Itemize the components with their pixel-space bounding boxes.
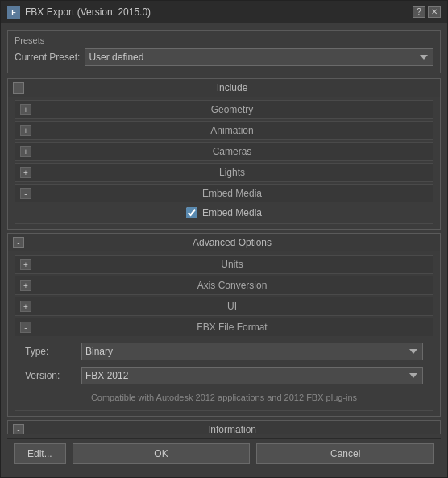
advanced-header[interactable]: - Advanced Options xyxy=(8,234,440,251)
axis-title: Axis Conversion xyxy=(36,280,428,291)
information-section: - Information xyxy=(7,420,441,434)
units-toggle[interactable]: + xyxy=(20,259,31,270)
fbx-format-title: FBX File Format xyxy=(36,322,428,333)
advanced-toggle[interactable]: - xyxy=(13,237,24,248)
include-header[interactable]: - Include xyxy=(8,79,440,97)
axis-subsection: + Axis Conversion xyxy=(15,276,433,295)
embed-media-checkbox-row: Embed Media xyxy=(22,207,426,218)
presets-group: Presets Current Preset: User defined xyxy=(7,30,441,73)
information-header[interactable]: - Information xyxy=(8,421,440,434)
version-row: Version: FBX 2012 FBX 2013 FBX 2014 FBX … xyxy=(22,365,426,386)
preset-select[interactable]: User defined xyxy=(85,48,433,66)
fbx-format-subsection: - FBX File Format Type: Binary ASCII xyxy=(15,318,433,411)
close-button[interactable]: ✕ xyxy=(428,6,441,18)
ui-title: UI xyxy=(36,301,428,312)
embed-media-header[interactable]: - Embed Media xyxy=(15,185,433,202)
window-title: FBX Export (Version: 2015.0) xyxy=(25,6,410,18)
geometry-header[interactable]: + Geometry xyxy=(15,101,433,118)
advanced-content: + Units + Axis Conversion xyxy=(8,251,440,416)
current-preset-label: Current Preset: xyxy=(15,52,80,63)
type-row: Type: Binary ASCII xyxy=(22,341,426,362)
bottom-buttons: Edit... OK Cancel xyxy=(7,438,441,471)
lights-toggle[interactable]: + xyxy=(20,167,31,178)
geometry-subsection: + Geometry xyxy=(15,100,433,119)
embed-media-checkbox[interactable] xyxy=(186,207,197,218)
units-header[interactable]: + Units xyxy=(15,256,433,273)
information-toggle[interactable]: - xyxy=(13,424,24,434)
ok-button[interactable]: OK xyxy=(73,443,251,464)
ui-header[interactable]: + UI xyxy=(15,297,433,315)
include-content: + Geometry + Animation + xyxy=(8,97,440,229)
cancel-button[interactable]: Cancel xyxy=(256,443,434,464)
geometry-title: Geometry xyxy=(36,104,428,115)
help-button[interactable]: ? xyxy=(413,6,425,18)
cameras-toggle[interactable]: + xyxy=(20,146,31,157)
embed-media-title: Embed Media xyxy=(36,188,428,199)
sections-area: - Include + Geometry + xyxy=(7,78,441,434)
fbx-format-toggle[interactable]: - xyxy=(20,322,31,333)
lights-title: Lights xyxy=(36,167,428,178)
ui-toggle[interactable]: + xyxy=(20,301,31,312)
cameras-subsection: + Cameras xyxy=(15,142,433,161)
ui-subsection: + UI xyxy=(15,297,433,316)
include-toggle[interactable]: - xyxy=(13,82,24,94)
type-label: Type: xyxy=(25,346,81,357)
include-section: - Include + Geometry + xyxy=(7,78,441,230)
animation-subsection: + Animation xyxy=(15,121,433,140)
embed-media-checkbox-label: Embed Media xyxy=(202,207,262,218)
units-title: Units xyxy=(36,259,428,270)
advanced-title: Advanced Options xyxy=(29,237,435,248)
preset-row: Current Preset: User defined xyxy=(15,48,433,66)
animation-header[interactable]: + Animation xyxy=(15,122,433,139)
cameras-title: Cameras xyxy=(36,146,428,157)
embed-media-content: Embed Media xyxy=(15,202,433,223)
axis-toggle[interactable]: + xyxy=(20,280,31,291)
window-icon: F xyxy=(7,6,20,19)
information-title: Information xyxy=(29,424,435,434)
cameras-header[interactable]: + Cameras xyxy=(15,143,433,160)
lights-subsection: + Lights xyxy=(15,163,433,182)
fbx-format-header[interactable]: - FBX File Format xyxy=(15,318,433,336)
units-subsection: + Units xyxy=(15,255,433,274)
embed-media-toggle[interactable]: - xyxy=(20,188,31,199)
embed-media-subsection: - Embed Media Embed Media xyxy=(15,184,433,224)
advanced-section: - Advanced Options + Units xyxy=(7,233,441,417)
version-label: Version: xyxy=(25,370,81,381)
axis-header[interactable]: + Axis Conversion xyxy=(15,276,433,294)
type-select[interactable]: Binary ASCII xyxy=(81,343,423,360)
titlebar: F FBX Export (Version: 2015.0) ? ✕ xyxy=(1,1,447,23)
fbx-export-window: F FBX Export (Version: 2015.0) ? ✕ Prese… xyxy=(0,0,448,478)
animation-toggle[interactable]: + xyxy=(20,125,31,136)
lights-header[interactable]: + Lights xyxy=(15,164,433,181)
version-select[interactable]: FBX 2012 FBX 2013 FBX 2014 FBX 2015 xyxy=(81,367,423,384)
include-title: Include xyxy=(29,82,435,94)
main-content: Presets Current Preset: User defined - I… xyxy=(1,23,447,477)
compat-text: Compatible with Autodesk 2012 applicatio… xyxy=(22,389,426,405)
geometry-toggle[interactable]: + xyxy=(20,104,31,115)
animation-title: Animation xyxy=(36,125,428,136)
presets-label: Presets xyxy=(15,35,433,45)
fbx-format-content: Type: Binary ASCII Version: FBX 2012 xyxy=(15,336,433,410)
edit-button[interactable]: Edit... xyxy=(14,443,66,464)
